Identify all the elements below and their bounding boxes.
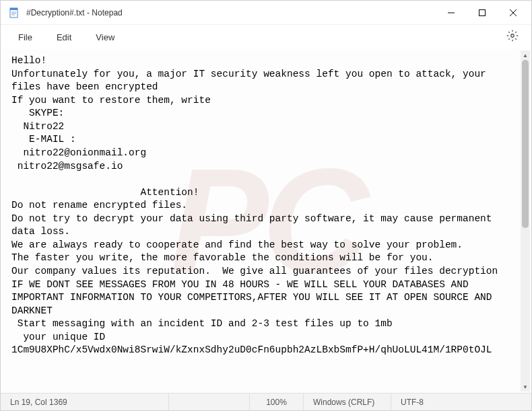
status-encoding: UTF-8 — [391, 394, 459, 410]
window-controls — [436, 1, 529, 25]
titlebar: #Decryption#.txt - Notepad — [1, 1, 531, 25]
status-eol: Windows (CRLF) — [304, 394, 391, 410]
svg-rect-1 — [10, 8, 18, 10]
status-zoom[interactable]: 100% — [250, 394, 304, 410]
menubar: File Edit View — [1, 25, 531, 49]
scrollbar-thumb[interactable] — [522, 60, 529, 228]
menu-view[interactable]: View — [85, 28, 125, 46]
menu-file[interactable]: File — [7, 28, 43, 46]
vertical-scrollbar[interactable]: ▲ ▼ — [521, 50, 530, 391]
editor-area: PC Hello! Unfortunately for you, a major… — [1, 49, 531, 393]
svg-rect-6 — [479, 9, 486, 15]
settings-button[interactable] — [500, 25, 525, 49]
document-text[interactable]: Hello! Unfortunately for you, a major IT… — [1, 49, 531, 393]
notepad-app-icon — [9, 7, 20, 18]
scroll-down-arrow[interactable]: ▼ — [521, 382, 530, 391]
status-spacer — [169, 394, 250, 410]
notepad-window: #Decryption#.txt - Notepad File Edit Vie… — [0, 0, 532, 411]
statusbar: Ln 19, Col 1369 100% Windows (CRLF) UTF-… — [1, 393, 531, 410]
maximize-button[interactable] — [467, 1, 498, 25]
gear-icon — [506, 30, 519, 44]
scroll-up-arrow[interactable]: ▲ — [521, 50, 530, 60]
minimize-button[interactable] — [436, 1, 467, 25]
close-button[interactable] — [498, 1, 529, 25]
status-position: Ln 19, Col 1369 — [1, 394, 169, 410]
svg-point-9 — [511, 34, 514, 38]
menu-edit[interactable]: Edit — [46, 28, 82, 46]
window-title: #Decryption#.txt - Notepad — [26, 8, 436, 17]
